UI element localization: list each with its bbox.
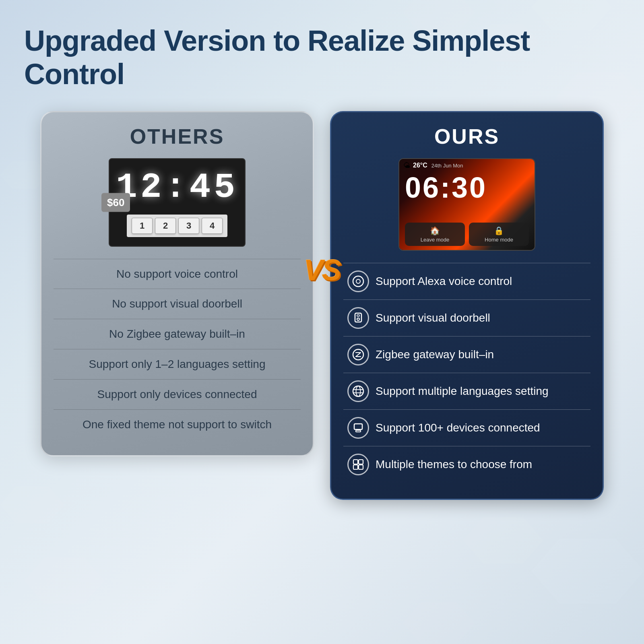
feature-row-devices: Support 100+ devices connected — [343, 410, 590, 446]
screen-temp: 26°C — [413, 162, 427, 169]
feature-row: No support voice control — [54, 259, 301, 289]
feature-row: One fixed theme not support to switch — [54, 410, 301, 440]
feature-row-zigbee: Zigbee gateway built–in — [343, 336, 590, 373]
feature-languages-text: Support multiple languages setting — [376, 384, 549, 399]
alexa-icon-circle — [347, 270, 369, 292]
globe-icon-circle — [347, 380, 369, 402]
home-label: Home mode — [485, 237, 513, 243]
feature-text: No support visual doorbell — [58, 296, 297, 312]
feature-themes-text: Multiple themes to choose from — [376, 457, 532, 472]
page-content: Upgraded Version to Realize Simplest Con… — [0, 0, 644, 516]
others-clock: 12:45 — [116, 167, 238, 207]
ours-heading: OURS — [343, 124, 590, 149]
leave-label: Leave mode — [421, 237, 450, 243]
feature-row: Support only devices connected — [54, 380, 301, 409]
others-device: $60 12:45 1 2 3 4 — [109, 158, 246, 247]
svg-rect-11 — [356, 430, 361, 432]
home-mode-btn: 🔒 Home mode — [469, 223, 529, 246]
leave-mode-btn: 🏠 Leave mode — [405, 223, 465, 246]
feature-row-doorbell: Support visual doorbell — [343, 300, 590, 336]
svg-rect-15 — [359, 465, 363, 469]
feature-text: No support voice control — [58, 266, 297, 282]
zigbee-icon-circle — [347, 344, 369, 365]
feature-row: No support visual doorbell — [54, 289, 301, 319]
feature-text: Support only devices connected — [58, 387, 297, 402]
others-heading: OTHERS — [54, 124, 301, 149]
devices-icon-circle — [347, 417, 369, 439]
others-card: OTHERS $60 12:45 1 2 3 4 No support voic… — [40, 111, 314, 457]
vs-label: VS — [304, 254, 340, 287]
ours-card: OURS 🌤 26°C 24th Jun Mon 06:30 🏠 Leave m… — [330, 111, 604, 500]
svg-point-7 — [356, 386, 361, 396]
feature-text: Support only 1–2 languages setting — [58, 357, 297, 372]
svg-rect-14 — [353, 465, 358, 469]
screen-topbar: 🌤 26°C 24th Jun Mon — [399, 159, 535, 172]
btn-3: 3 — [178, 218, 199, 234]
comparison-container: OTHERS $60 12:45 1 2 3 4 No support voic… — [24, 111, 620, 500]
screen-time: 06:30 — [399, 173, 535, 202]
feature-alexa-text: Support Alexa voice control — [376, 274, 512, 289]
vs-badge: VS — [300, 248, 344, 292]
themes-icon-circle — [347, 454, 369, 475]
screen-modes: 🏠 Leave mode 🔒 Home mode — [399, 219, 535, 250]
svg-rect-13 — [359, 460, 363, 464]
btn-4: 4 — [202, 218, 223, 234]
svg-rect-4 — [357, 315, 359, 316]
screen-date: 24th Jun Mon — [431, 163, 463, 169]
doorbell-icon-circle — [347, 307, 369, 329]
leave-icon: 🏠 — [430, 226, 440, 235]
svg-rect-10 — [354, 424, 362, 429]
ours-features: Support Alexa voice control Support visu… — [343, 263, 590, 483]
feature-row-alexa: Support Alexa voice control — [343, 263, 590, 299]
device-screen: 🌤 26°C 24th Jun Mon 06:30 🏠 Leave mode 🔒… — [399, 159, 535, 250]
price-badge: $60 — [101, 193, 130, 212]
feature-devices-text: Support 100+ devices connected — [376, 420, 540, 436]
home-icon: 🔒 — [494, 226, 504, 235]
feature-zigbee-text: Zigbee gateway built–in — [376, 347, 494, 362]
page-title: Upgraded Version to Realize Simplest Con… — [24, 24, 620, 91]
others-buttons: 1 2 3 4 — [127, 215, 227, 237]
svg-point-6 — [353, 386, 363, 396]
feature-text: No Zigbee gateway built–in — [58, 326, 297, 342]
svg-rect-12 — [353, 460, 358, 464]
btn-2: 2 — [155, 218, 176, 234]
feature-row-languages: Support multiple languages setting — [343, 373, 590, 409]
ours-device: 🌤 26°C 24th Jun Mon 06:30 🏠 Leave mode 🔒… — [398, 158, 535, 251]
others-features: No support voice control No support visu… — [54, 259, 301, 440]
feature-row: Support only 1–2 languages setting — [54, 349, 301, 379]
btn-1: 1 — [132, 218, 153, 234]
weather-icon: 🌤 — [403, 161, 411, 170]
feature-doorbell-text: Support visual doorbell — [376, 310, 490, 326]
feature-text: One fixed theme not support to switch — [58, 417, 297, 432]
svg-point-1 — [356, 279, 360, 283]
svg-point-3 — [357, 318, 359, 320]
feature-row: No Zigbee gateway built–in — [54, 319, 301, 349]
feature-row-themes: Multiple themes to choose from — [343, 446, 590, 483]
svg-point-0 — [353, 276, 363, 287]
